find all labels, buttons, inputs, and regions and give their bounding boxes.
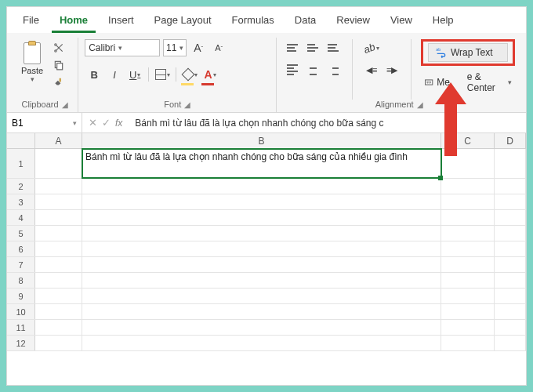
tab-file[interactable]: File [15,11,47,33]
tab-formulas[interactable]: Formulas [224,11,282,33]
cell[interactable] [441,210,495,225]
font-name-combo[interactable]: Calibri▾ [85,39,160,56]
cell[interactable] [82,289,441,303]
cell[interactable] [35,210,82,225]
cell[interactable] [82,257,441,272]
cell[interactable] [35,257,82,272]
row-header[interactable]: 11 [7,320,35,335]
font-color-button[interactable]: A [201,66,219,83]
row-header[interactable]: 4 [7,210,35,225]
decrease-font-button[interactable]: Aˇ [210,39,227,56]
row-header[interactable]: 8 [7,273,35,288]
cell[interactable] [35,179,82,194]
cell[interactable] [82,336,441,350]
align-middle-button[interactable] [303,39,322,56]
row-header[interactable]: 10 [7,304,35,319]
cell[interactable] [35,320,82,335]
cell[interactable] [441,289,495,303]
dialog-launcher-icon[interactable]: ◢ [184,100,190,109]
cell[interactable] [82,194,441,209]
cell[interactable] [35,289,82,303]
paste-button[interactable]: Paste ▾ [18,39,46,85]
cell-B1[interactable]: Bánh mì từ lâu đã là lựa chọn nhanh chón… [82,149,441,178]
dialog-launcher-icon[interactable]: ◢ [417,100,423,109]
decrease-indent-button[interactable]: ◀≡ [362,61,381,78]
col-header-B[interactable]: B [82,133,441,148]
increase-indent-button[interactable]: ≡▶ [383,61,401,78]
font-size-combo[interactable]: 11▾ [163,39,187,56]
cell[interactable] [495,241,526,256]
align-top-button[interactable] [283,39,302,56]
underline-button[interactable]: U▾ [125,66,144,83]
row-header[interactable]: 5 [7,226,35,241]
cell[interactable] [35,336,82,350]
fill-color-button[interactable] [180,66,199,83]
orientation-button[interactable]: ab [362,39,381,56]
wrap-text-button[interactable]: ab Wrap Text [428,43,508,62]
row-header[interactable]: 1 [7,149,35,178]
row-header[interactable]: 12 [7,336,35,350]
col-header-D[interactable]: D [495,133,526,148]
tab-home[interactable]: Home [52,11,96,33]
tab-insert[interactable]: Insert [100,11,142,33]
copy-button[interactable] [51,58,67,72]
bold-button[interactable]: B [85,66,103,83]
formula-input[interactable]: Bánh mì từ lâu đã là lựa chọn nhanh chón… [129,118,526,129]
row-header[interactable]: 2 [7,179,35,194]
tab-review[interactable]: Review [328,11,378,33]
align-bottom-button[interactable] [324,39,343,56]
cell[interactable] [82,210,441,225]
tab-data[interactable]: Data [287,11,324,33]
tab-pagelayout[interactable]: Page Layout [147,11,219,33]
row-header[interactable]: 6 [7,241,35,256]
cell[interactable] [35,304,82,319]
cell[interactable] [35,226,82,241]
cell[interactable] [495,194,526,209]
cell[interactable] [82,241,441,256]
row-header[interactable]: 7 [7,257,35,272]
merge-center-button[interactable]: Mee & Center ▾ [421,69,515,96]
cell[interactable] [495,289,526,303]
col-header-A[interactable]: A [35,133,82,148]
cell[interactable] [495,304,526,319]
cell-A1[interactable] [35,149,82,178]
borders-button[interactable] [153,66,172,83]
cell[interactable] [441,273,495,288]
align-left-button[interactable] [283,61,302,78]
cell[interactable] [441,179,495,194]
cell[interactable] [441,241,495,256]
cell[interactable] [495,336,526,350]
cell-C1[interactable] [441,149,495,178]
cell[interactable] [441,320,495,335]
italic-button[interactable]: I [105,66,124,83]
fx-icon[interactable]: fx [115,118,122,129]
cell[interactable] [441,257,495,272]
cell[interactable] [82,320,441,335]
cell[interactable] [495,273,526,288]
cell[interactable] [495,226,526,241]
row-header[interactable]: 3 [7,194,35,209]
cell[interactable] [495,257,526,272]
cell[interactable] [495,210,526,225]
align-center-button[interactable] [303,61,322,78]
cell[interactable] [441,304,495,319]
cell[interactable] [495,320,526,335]
cell[interactable] [441,194,495,209]
col-header-C[interactable]: C [441,133,495,148]
cell[interactable] [35,194,82,209]
cell[interactable] [35,273,82,288]
chevron-down-icon[interactable]: ▾ [31,75,34,83]
cell[interactable] [441,336,495,350]
row-header[interactable]: 9 [7,289,35,303]
increase-font-button[interactable]: Aˆ [190,39,207,56]
cell[interactable] [495,179,526,194]
name-box[interactable]: B1▾ [7,113,82,132]
cell[interactable] [441,226,495,241]
align-right-button[interactable] [324,61,343,78]
cell[interactable] [35,241,82,256]
cut-button[interactable] [51,41,67,55]
cell-D1[interactable] [495,149,526,178]
cancel-formula-icon[interactable]: ✕ [89,117,97,129]
tab-view[interactable]: View [383,11,420,33]
cell[interactable] [82,179,441,194]
